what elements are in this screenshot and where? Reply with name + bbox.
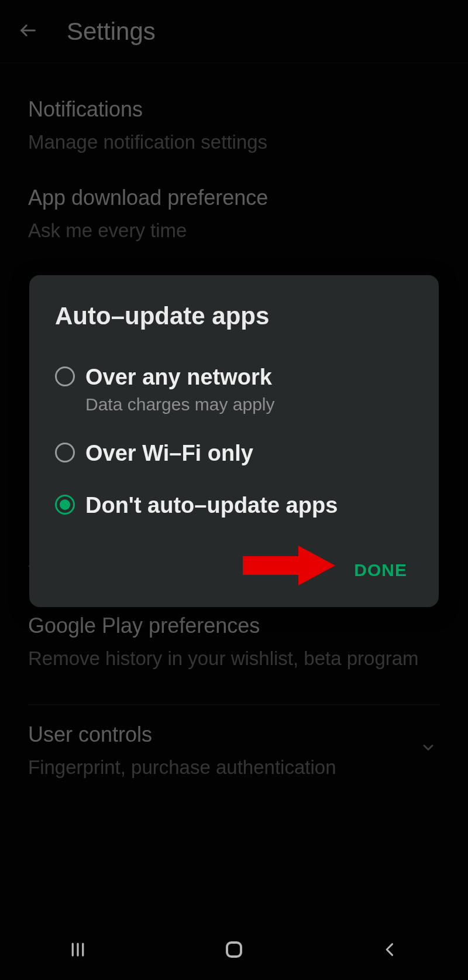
radio-icon (55, 443, 75, 462)
done-button[interactable]: DONE (346, 554, 415, 586)
setting-user-controls[interactable]: User controls Fingerprint, purchase auth… (28, 711, 440, 786)
system-nav-bar (0, 921, 468, 980)
divider (28, 704, 440, 705)
radio-icon (55, 366, 75, 386)
option-label: Over Wi–Fi only (85, 440, 253, 467)
settings-topbar: Settings (0, 0, 468, 63)
option-text: Over any network Data charges may apply (85, 364, 275, 414)
option-label: Over any network (85, 364, 275, 391)
radio-icon (55, 495, 75, 515)
dialog-title: Auto–update apps (29, 302, 439, 348)
setting-title: Notifications (28, 96, 440, 124)
nav-recents-button[interactable] (43, 933, 113, 968)
radio-group: Over any network Data charges may apply … (29, 348, 439, 543)
nav-home-button[interactable] (199, 933, 269, 968)
option-dont-auto-update[interactable]: Don't auto–update apps (55, 479, 413, 532)
chevron-down-icon (420, 739, 436, 758)
setting-subtitle: Manage notification settings (28, 129, 440, 156)
option-text: Don't auto–update apps (85, 492, 338, 519)
option-over-wifi-only[interactable]: Over Wi–Fi only (55, 427, 413, 480)
back-button[interactable] (13, 16, 43, 47)
chevron-left-icon (382, 941, 398, 960)
svg-rect-5 (227, 943, 241, 957)
page-title: Settings (67, 18, 156, 46)
setting-app-download-preference[interactable]: App download preference Ask me every tim… (28, 161, 440, 249)
option-over-any-network[interactable]: Over any network Data charges may apply (55, 351, 413, 427)
setting-subtitle: Remove history in your wishlist, beta pr… (28, 646, 440, 672)
recents-icon (69, 941, 87, 961)
dialog-actions: DONE (29, 543, 439, 590)
arrow-left-icon (18, 20, 38, 43)
setting-subtitle: Ask me every time (28, 218, 440, 244)
auto-update-dialog: Auto–update apps Over any network Data c… (29, 275, 439, 607)
option-sublabel: Data charges may apply (85, 395, 275, 414)
nav-back-button[interactable] (355, 933, 425, 968)
setting-title: App download preference (28, 184, 440, 212)
option-label: Don't auto–update apps (85, 492, 338, 519)
setting-notifications[interactable]: Notifications Manage notification settin… (28, 63, 440, 161)
screen: Settings Notifications Manage notificati… (0, 0, 468, 980)
home-icon (223, 939, 245, 962)
setting-subtitle: Fingerprint, purchase authentication (28, 755, 440, 781)
setting-title: User controls (28, 721, 440, 749)
setting-title: Google Play preferences (28, 612, 440, 640)
option-text: Over Wi–Fi only (85, 440, 253, 467)
